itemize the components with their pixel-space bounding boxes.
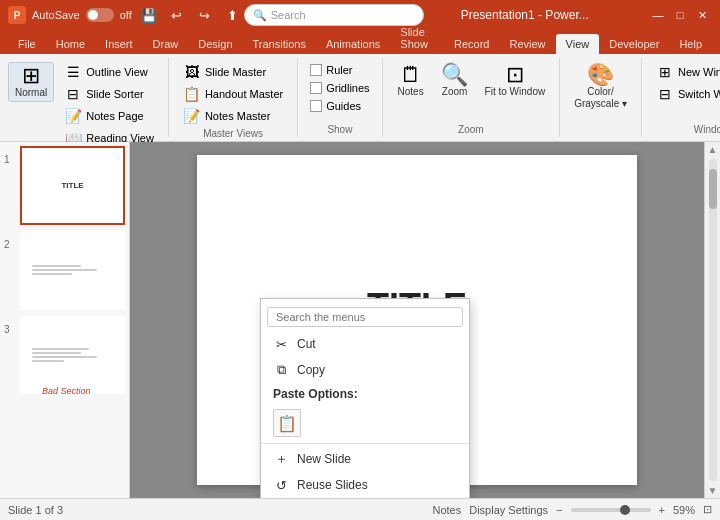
guides-checkbox[interactable]: Guides	[306, 98, 365, 114]
sample-line	[32, 273, 72, 275]
window-controls: — □ ✕	[618, 6, 712, 24]
sample-line	[32, 360, 64, 362]
fit-button[interactable]: ⊡	[703, 503, 712, 516]
context-menu: ✂ Cut ⧉ Copy Paste Options: 📋 ＋ New Slid…	[260, 298, 470, 498]
notes-master-button[interactable]: 📝 Notes Master	[177, 106, 289, 126]
window-group-label: Window	[650, 122, 720, 137]
slide-master-icon: 🖼	[183, 64, 201, 80]
slide-master-button[interactable]: 🖼 Slide Master	[177, 62, 289, 82]
color-grayscale-button[interactable]: 🎨 Color/Grayscale ▾	[568, 62, 633, 112]
master-views-label: Master Views	[177, 126, 289, 141]
search-icon: 🔍	[253, 9, 267, 22]
slide-preview-1[interactable]: TITLE	[20, 146, 125, 225]
zoom-out-button[interactable]: −	[556, 504, 562, 516]
tab-review[interactable]: Review	[500, 34, 556, 54]
customize-button[interactable]: ⬆	[222, 4, 244, 26]
new-window-button[interactable]: ⊞ New Window	[650, 62, 720, 82]
guides-label: Guides	[326, 100, 361, 112]
slide-thumb-3[interactable]: 3 Bad Section	[4, 316, 125, 395]
handout-master-button[interactable]: 📋 Handout Master	[177, 84, 289, 104]
zoom-button[interactable]: 🔍 Zoom	[435, 62, 475, 100]
display-settings-button[interactable]: Display Settings	[469, 504, 548, 516]
notes-zoom-button[interactable]: 🗒 Notes	[391, 62, 431, 100]
slide-preview-2[interactable]	[20, 231, 125, 310]
slide-thumb-2[interactable]: 2	[4, 231, 125, 310]
tab-home[interactable]: Home	[46, 34, 95, 54]
tab-view[interactable]: View	[556, 34, 600, 54]
zoom-slider[interactable]	[571, 508, 651, 512]
ribbon-tabs: File Home Insert Draw Design Transitions…	[0, 30, 720, 54]
undo-button[interactable]: ↩	[166, 4, 188, 26]
slide-num-2: 2	[4, 239, 16, 250]
color-group: 🎨 Color/Grayscale ▾	[560, 58, 642, 137]
scroll-down-arrow[interactable]: ▼	[706, 483, 720, 498]
new-window-label: New Window	[678, 66, 720, 78]
tab-insert[interactable]: Insert	[95, 34, 143, 54]
outline-view-icon: ☰	[64, 64, 82, 80]
tab-developer[interactable]: Developer	[599, 34, 669, 54]
notes-page-icon: 📝	[64, 108, 82, 124]
show-group: Ruler Gridlines Guides Show	[298, 58, 382, 137]
normal-view-button[interactable]: ⊞ Normal	[8, 62, 54, 102]
tab-animations[interactable]: Animations	[316, 34, 390, 54]
powerpoint-logo: P	[8, 6, 26, 24]
slide-panel: 1 TITLE 2 3	[0, 142, 130, 498]
cut-icon: ✂	[273, 336, 289, 352]
toggle-knob	[88, 10, 98, 20]
ruler-checkbox[interactable]: Ruler	[306, 62, 356, 78]
tab-record[interactable]: Record	[444, 34, 499, 54]
new-slide-label: New Slide	[297, 452, 351, 466]
menu-item-cut[interactable]: ✂ Cut	[261, 331, 469, 357]
tab-draw[interactable]: Draw	[143, 34, 189, 54]
notes-zoom-icon: 🗒	[400, 64, 422, 86]
autosave-label: AutoSave	[32, 9, 80, 21]
zoom-in-button[interactable]: +	[659, 504, 665, 516]
redo-button[interactable]: ↪	[194, 4, 216, 26]
tab-design[interactable]: Design	[188, 34, 242, 54]
slide-thumb-1[interactable]: 1 TITLE	[4, 146, 125, 225]
fit-to-window-label: Fit to Window	[485, 86, 546, 98]
slide-preview-3[interactable]	[20, 316, 125, 395]
notes-button[interactable]: Notes	[432, 504, 461, 516]
slide-2-lines	[32, 265, 113, 275]
scroll-thumb[interactable]	[709, 169, 717, 209]
slide-sorter-label: Slide Sorter	[86, 88, 143, 100]
fit-to-window-button[interactable]: ⊡ Fit to Window	[479, 62, 552, 100]
tab-help[interactable]: Help	[669, 34, 712, 54]
sample-line	[32, 269, 97, 271]
switch-windows-icon: ⊟	[656, 86, 674, 102]
editing-area: TITLE Test Slide ✂ Cut ⧉ Copy Paste Opti…	[130, 142, 704, 498]
new-window-icon: ⊞	[656, 64, 674, 80]
autosave-state: off	[120, 9, 132, 21]
menu-separator-1	[261, 443, 469, 444]
fit-to-window-icon: ⊡	[506, 64, 524, 86]
zoom-level[interactable]: 59%	[673, 504, 695, 516]
minimize-button[interactable]: —	[648, 6, 668, 24]
scroll-up-arrow[interactable]: ▲	[706, 142, 720, 157]
tab-file[interactable]: File	[8, 34, 46, 54]
ribbon-group-content: ⊞ Normal ☰ Outline View ⊟ Slide Sorter 📝…	[8, 58, 160, 148]
menu-search-input[interactable]	[267, 307, 463, 327]
switch-windows-button[interactable]: ⊟ Switch Windows ▾	[650, 84, 720, 104]
maximize-button[interactable]: □	[670, 6, 690, 24]
notes-page-button[interactable]: 📝 Notes Page	[58, 106, 160, 126]
menu-item-copy[interactable]: ⧉ Copy	[261, 357, 469, 383]
slide-3-lines	[32, 348, 113, 362]
show-label: Show	[306, 122, 373, 137]
menu-item-reuse-slides[interactable]: ↺ Reuse Slides	[261, 472, 469, 498]
autosave-toggle[interactable]	[86, 8, 114, 22]
paste-icon-button[interactable]: 📋	[273, 409, 301, 437]
outline-view-button[interactable]: ☰ Outline View	[58, 62, 160, 82]
zoom-label: Zoom	[391, 122, 552, 137]
gridlines-checkbox[interactable]: Gridlines	[306, 80, 373, 96]
close-button[interactable]: ✕	[692, 6, 712, 24]
menu-item-new-slide[interactable]: ＋ New Slide	[261, 446, 469, 472]
reuse-slides-label: Reuse Slides	[297, 478, 368, 492]
status-bar-right: Notes Display Settings − + 59% ⊡	[432, 503, 712, 516]
tab-transitions[interactable]: Transitions	[243, 34, 316, 54]
slide-sorter-icon: ⊟	[64, 86, 82, 102]
window-content: ⊞ New Window ⊟ Switch Windows ▾	[650, 58, 720, 122]
save-button[interactable]: 💾	[138, 4, 160, 26]
tab-slideshow[interactable]: Slide Show	[390, 22, 444, 54]
slide-sorter-button[interactable]: ⊟ Slide Sorter	[58, 84, 160, 104]
